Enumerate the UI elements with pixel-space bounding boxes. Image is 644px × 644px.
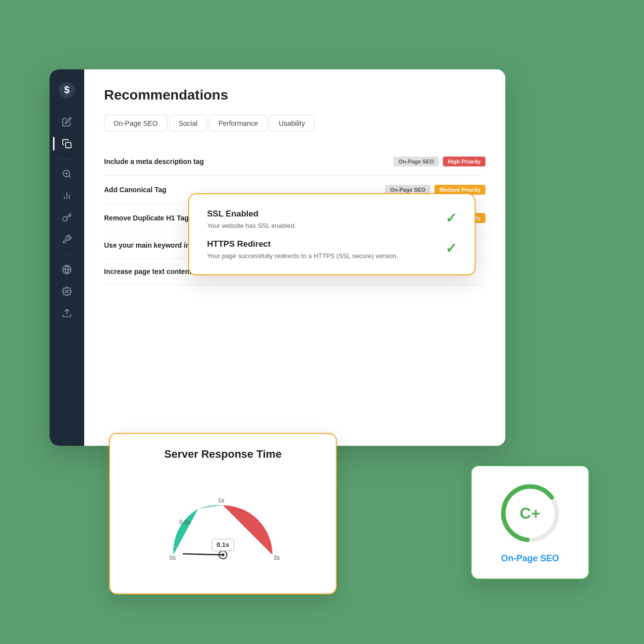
ssl-item-2-text: HTTPS Redirect Your page successfully re… [207, 239, 398, 260]
grade-circle: C+ [498, 481, 562, 545]
svg-text:0.1s: 0.1s [216, 541, 229, 548]
sidebar-icon-upload[interactable] [58, 304, 76, 322]
rec-title-5: Increase page text content [104, 268, 192, 275]
sidebar-divider-2 [59, 254, 74, 255]
sidebar-icon-edit[interactable] [58, 113, 76, 131]
svg-point-19 [221, 553, 224, 556]
ssl-item-1: SSL Enabled Your website has SSL enabled… [207, 209, 457, 229]
svg-text:0s: 0s [169, 554, 176, 561]
sidebar-icon-tool[interactable] [58, 230, 76, 248]
grade-value: C+ [520, 504, 540, 523]
server-card-title: Server Response Time [125, 448, 321, 461]
ssl-item-2-title: HTTPS Redirect [207, 239, 398, 249]
svg-rect-2 [66, 143, 71, 148]
ssl-card: SSL Enabled Your website has SSL enabled… [188, 193, 476, 275]
gauge-chart: 0s 0.5s 1s 3s 0.1s [149, 481, 297, 570]
sidebar-icon-settings[interactable] [58, 282, 76, 300]
rec-title-1: Include a meta description tag [104, 158, 204, 165]
ssl-item-1-desc: Your website has SSL enabled. [207, 222, 296, 229]
badge-category-1: On-Page SEO [393, 157, 439, 166]
svg-line-17 [183, 554, 223, 555]
ssl-check-1: ✓ [445, 210, 457, 226]
rec-badges-1: On-Page SEO High Priority [393, 157, 485, 166]
sidebar-icon-chart[interactable] [58, 187, 76, 205]
sidebar-icon-copy[interactable] [58, 135, 76, 153]
ssl-item-2: HTTPS Redirect Your page successfully re… [207, 239, 457, 260]
server-response-card: Server Response Time 0s 0.5s 1s 3s [109, 433, 337, 594]
rec-title-3: Remove Duplicate H1 Tags [104, 214, 193, 222]
ssl-item-1-text: SSL Enabled Your website has SSL enabled… [207, 209, 296, 229]
ssl-item-2-desc: Your page successfully redirects to a HT… [207, 252, 398, 260]
page-title: Recommendations [104, 87, 485, 103]
sidebar: $ [50, 69, 84, 446]
sidebar-icon-search[interactable] [58, 165, 76, 183]
sidebar-divider-1 [59, 159, 74, 159]
svg-text:$: $ [64, 84, 69, 95]
tabs-container: On-Page SEO Social Performance Usability [104, 115, 485, 132]
ssl-item-1-title: SSL Enabled [207, 209, 296, 219]
svg-text:3s: 3s [273, 554, 280, 561]
sidebar-icon-key[interactable] [58, 209, 76, 226]
tab-usability[interactable]: Usability [269, 115, 315, 132]
tab-on-page-seo[interactable]: On-Page SEO [104, 115, 167, 132]
svg-text:1s: 1s [218, 497, 224, 504]
rec-item-1[interactable]: Include a meta description tag On-Page S… [104, 148, 485, 176]
svg-text:0.5s: 0.5s [179, 519, 191, 526]
gauge-container: 0s 0.5s 1s 3s 0.1s [125, 471, 321, 580]
tab-performance[interactable]: Performance [209, 115, 268, 132]
rec-title-2: Add Canonical Tag [104, 186, 166, 194]
grade-label: On-Page SEO [501, 553, 559, 564]
ssl-check-2: ✓ [445, 240, 457, 257]
logo-area: $ [56, 79, 78, 101]
tab-social[interactable]: Social [169, 115, 207, 132]
badge-priority-1: High Priority [443, 157, 485, 166]
grade-card: C+ On-Page SEO [471, 465, 590, 580]
sidebar-icon-globe[interactable] [58, 261, 76, 278]
svg-point-11 [66, 290, 68, 293]
